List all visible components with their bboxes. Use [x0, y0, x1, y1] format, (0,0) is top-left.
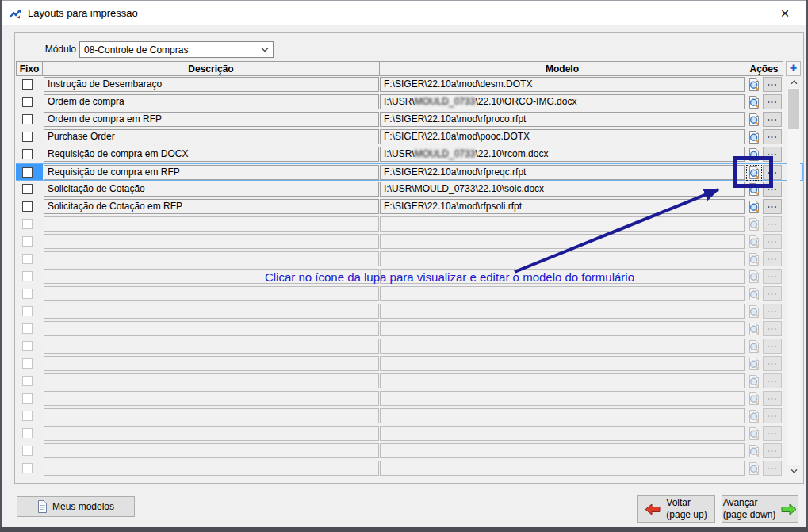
- fixo-checkbox[interactable]: [22, 289, 33, 299]
- fixo-checkbox[interactable]: [22, 271, 33, 281]
- fixo-checkbox[interactable]: [22, 149, 33, 159]
- fixo-checkbox[interactable]: [22, 376, 33, 386]
- descricao-field[interactable]: Ordem de compra em RFP: [44, 112, 379, 127]
- column-header-fixo[interactable]: Fixo: [16, 61, 43, 76]
- fixo-checkbox[interactable]: [22, 358, 33, 369]
- table-row[interactable]: ...: [16, 233, 803, 251]
- fixo-checkbox[interactable]: [22, 341, 33, 351]
- more-actions-button[interactable]: ...: [763, 182, 782, 197]
- descricao-field[interactable]: [44, 356, 379, 371]
- modelo-field[interactable]: [380, 356, 745, 371]
- more-actions-button[interactable]: ...: [763, 77, 782, 92]
- descricao-field[interactable]: [44, 408, 379, 423]
- more-actions-button[interactable]: ...: [763, 391, 782, 406]
- magnifier-button[interactable]: [747, 235, 761, 249]
- table-row[interactable]: Requisição de compra em RFP F:\SIGER\22.…: [16, 163, 803, 181]
- fixo-checkbox[interactable]: [22, 219, 33, 229]
- fixo-checkbox[interactable]: [22, 184, 33, 194]
- column-header-descricao[interactable]: Descrição: [42, 61, 380, 76]
- scrollbar-thumb[interactable]: [788, 89, 799, 129]
- more-actions-button[interactable]: ...: [763, 251, 782, 266]
- table-row[interactable]: Instrução de Desembaraço F:\SIGER\22.10a…: [16, 76, 803, 94]
- descricao-field[interactable]: [44, 286, 379, 301]
- fixo-checkbox[interactable]: [22, 463, 33, 473]
- modelo-field[interactable]: I:\USR\MOULD_0733\22.10\rcom.docx: [380, 147, 745, 162]
- more-actions-button[interactable]: ...: [763, 216, 782, 232]
- modelo-field[interactable]: [380, 251, 745, 266]
- avancar-button[interactable]: Avançar (page down): [722, 495, 798, 523]
- table-row[interactable]: ...: [16, 303, 803, 320]
- magnifier-button[interactable]: [747, 166, 761, 180]
- fixo-checkbox[interactable]: [22, 323, 33, 334]
- table-row[interactable]: Ordem de compra em RFP F:\SIGER\22.10a\m…: [16, 111, 803, 128]
- magnifier-button[interactable]: [747, 130, 761, 144]
- magnifier-button[interactable]: [747, 374, 761, 388]
- magnifier-button[interactable]: [747, 322, 761, 336]
- modelo-field[interactable]: F:\SIGER\22.10a\mod\rfpsoli.rfpt: [380, 199, 745, 214]
- descricao-field[interactable]: [44, 339, 379, 354]
- modelo-field[interactable]: [380, 339, 745, 354]
- more-actions-button[interactable]: ...: [763, 321, 782, 336]
- table-row[interactable]: Purchase Order F:\SIGER\22.10a\mod\pooc.…: [16, 128, 803, 146]
- table-row[interactable]: ...: [16, 251, 803, 268]
- table-row[interactable]: ...: [16, 216, 803, 233]
- more-actions-button[interactable]: ...: [763, 269, 782, 284]
- table-row[interactable]: ...: [16, 285, 803, 303]
- column-header-modelo[interactable]: Modelo: [379, 61, 745, 76]
- modelo-field[interactable]: [380, 461, 745, 476]
- table-row[interactable]: ...: [16, 355, 803, 373]
- fixo-checkbox[interactable]: [22, 132, 33, 142]
- modelo-field[interactable]: [380, 373, 745, 388]
- descricao-field[interactable]: Solicitação de Cotação: [44, 182, 379, 197]
- fixo-checkbox[interactable]: [22, 411, 33, 421]
- table-row[interactable]: ...: [16, 320, 803, 338]
- descricao-field[interactable]: Instrução de Desembaraço: [44, 77, 379, 92]
- modelo-field[interactable]: I:\USR\MOULD_0733\22.10\ORCO-IMG.docx: [380, 94, 745, 109]
- more-actions-button[interactable]: ...: [763, 94, 782, 109]
- magnifier-button[interactable]: [747, 357, 761, 371]
- scroll-down-button[interactable]: [787, 465, 800, 477]
- descricao-field[interactable]: [44, 304, 379, 319]
- more-actions-button[interactable]: ...: [763, 373, 782, 388]
- fixo-checkbox[interactable]: [22, 446, 33, 456]
- modelo-field[interactable]: [380, 321, 745, 336]
- more-actions-button[interactable]: ...: [763, 199, 782, 214]
- more-actions-button[interactable]: ...: [763, 426, 782, 441]
- fixo-checkbox[interactable]: [22, 428, 33, 438]
- table-row[interactable]: ...: [16, 338, 803, 355]
- more-actions-button[interactable]: ...: [763, 112, 782, 127]
- more-actions-button[interactable]: ...: [763, 443, 782, 458]
- table-row[interactable]: ...: [16, 425, 803, 442]
- magnifier-button[interactable]: [747, 95, 761, 109]
- more-actions-button[interactable]: ...: [763, 461, 782, 476]
- descricao-field[interactable]: [44, 461, 379, 476]
- fixo-checkbox[interactable]: [22, 201, 33, 212]
- descricao-field[interactable]: [44, 251, 379, 266]
- descricao-field[interactable]: Purchase Order: [44, 129, 379, 144]
- table-row[interactable]: ...: [16, 373, 803, 390]
- table-row[interactable]: ...: [16, 460, 803, 477]
- modelo-field[interactable]: [380, 216, 745, 232]
- magnifier-button[interactable]: [747, 147, 761, 162]
- more-actions-button[interactable]: ...: [763, 286, 782, 301]
- magnifier-button[interactable]: [747, 182, 761, 197]
- modelo-field[interactable]: [380, 408, 745, 423]
- magnifier-button[interactable]: [747, 339, 761, 354]
- fixo-checkbox[interactable]: [22, 306, 33, 316]
- modelo-field[interactable]: F:\SIGER\22.10a\mod\rfpreqc.rfpt: [380, 165, 745, 180]
- fixo-checkbox[interactable]: [22, 79, 33, 90]
- add-row-button[interactable]: +: [786, 61, 801, 76]
- modelo-field[interactable]: [380, 234, 745, 249]
- voltar-button[interactable]: Voltar (page up): [637, 495, 715, 523]
- modelo-field[interactable]: [380, 426, 745, 441]
- table-row[interactable]: Solicitação de Cotação I:\USR\MOULD_0733…: [16, 181, 803, 198]
- magnifier-button[interactable]: [747, 304, 761, 319]
- more-actions-button[interactable]: ...: [763, 165, 782, 180]
- more-actions-button[interactable]: ...: [763, 234, 782, 249]
- magnifier-button[interactable]: [747, 252, 761, 266]
- modelo-field[interactable]: [380, 391, 745, 406]
- fixo-checkbox[interactable]: [22, 167, 33, 178]
- descricao-field[interactable]: Ordem de compra: [44, 94, 379, 109]
- table-row[interactable]: Ordem de compra I:\USR\MOULD_0733\22.10\…: [16, 94, 803, 111]
- table-row[interactable]: ...: [16, 390, 803, 408]
